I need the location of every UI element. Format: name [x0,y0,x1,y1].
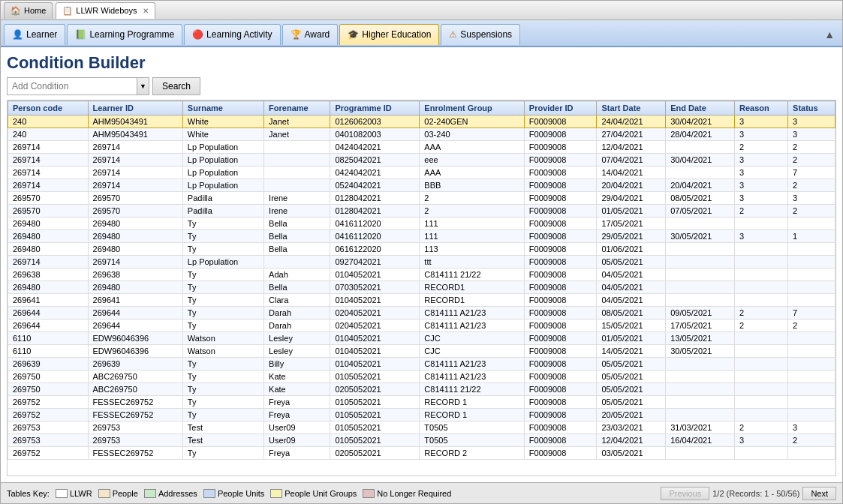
cell-reason: 3 [734,116,787,128]
cell-provider_id: F0009008 [524,218,597,230]
cell-person_code: 269753 [8,434,89,447]
tab-learner[interactable]: 👤 Learner [4,24,65,45]
table-row[interactable]: 6110EDW96046396WatsonLesley0104052021CJC… [8,332,835,345]
tab-home[interactable]: 🏠 Home [4,2,53,19]
cell-enrolment_group: RECORD 1 [420,409,524,422]
cell-reason: 2 [734,205,787,218]
cell-status [788,256,835,268]
table-row[interactable]: 269644269644TyDarah0204052021C814111 A21… [8,320,835,332]
tab-la-label: Learning Activity [206,29,272,40]
cell-reason [734,332,787,345]
table-row[interactable]: 269714269714Lp Population0424042021AAAF0… [8,166,835,179]
cell-forename: Clara [264,294,330,307]
table-row[interactable]: 269641269641TyClara0104052021RECORD1F000… [8,294,835,307]
cell-forename [264,256,330,268]
table-row[interactable]: 269752FESSEC269752TyFreya0205052021RECOR… [8,447,835,460]
table-row[interactable]: 269714269714Lp Population0424042021AAAF0… [8,141,835,154]
cell-reason: 2 [734,320,787,332]
condition-dropdown-button[interactable]: ▼ [137,78,149,94]
add-condition-field[interactable] [8,80,137,93]
table-row[interactable]: 269639269639TyBilly0104052021C814111 A21… [8,358,835,370]
tab-award[interactable]: 🏆 Award [282,24,339,45]
cell-start_date: 20/05/2021 [597,409,666,422]
condition-builder-input[interactable]: ▼ [7,77,149,95]
tab-llwr[interactable]: 📋 LLWR Wideboys ✕ [56,2,155,19]
table-row[interactable]: 269753269753TestUser090105052021T0505F00… [8,422,835,434]
cell-status: 7 [788,166,835,179]
cell-end_date: 30/05/2021 [666,345,735,358]
cell-forename: Freya [264,409,330,422]
cell-start_date: 15/05/2021 [597,320,666,332]
table-row[interactable]: 269714269714Lp Population0825042021eeeF0… [8,154,835,166]
tab-learning-programme[interactable]: 📗 Learning Programme [67,24,182,45]
cell-learner_id: ABC269750 [88,383,182,396]
table-row[interactable]: 269752FESSEC269752TyFreya0105052021RECOR… [8,409,835,422]
cell-enrolment_group: C814111 21/22 [420,383,524,396]
table-body: 240AHM95043491WhiteJanet012606200302-240… [8,116,835,460]
table-row[interactable]: 6110EDW96046396WatsonLesley0104052021CJC… [8,345,835,358]
cell-programme_id: 0105052021 [330,409,420,422]
tab-home-label: Home [24,6,46,15]
table-scroll[interactable]: Person code Learner ID Surname Forename … [8,100,835,476]
table-row[interactable]: 269752FESSEC269752TyFreya0105052021RECOR… [8,396,835,409]
legend-pug-box [270,489,282,498]
cell-enrolment_group: AAA [420,166,524,179]
cell-programme_id: 0703052021 [330,281,420,294]
cell-learner_id: 269714 [88,166,182,179]
table-row[interactable]: 269480269480TyBella0416112020111F0009008… [8,218,835,230]
cell-learner_id: 269480 [88,243,182,256]
table-row[interactable]: 269480269480TyBella0416112020111F0009008… [8,230,835,243]
table-row[interactable]: 269750ABC269750TyKate0205052021C814111 2… [8,383,835,396]
table-row[interactable]: 269480269480TyBella0703052021RECORD1F000… [8,281,835,294]
legend-llwr-box [56,489,68,498]
cell-provider_id: F0009008 [524,294,597,307]
table-row[interactable]: 269570269570PadillaIrene01280420212F0009… [8,205,835,218]
table-row[interactable]: 240AHM95043491WhiteJanet040108200303-240… [8,128,835,141]
cell-programme_id: 0204052021 [330,307,420,320]
cell-person_code: 269714 [8,141,89,154]
table-row[interactable]: 269644269644TyDarah0204052021C814111 A21… [8,307,835,320]
cell-end_date [666,166,735,179]
table-row[interactable]: 269714269714Lp Population0927042021tttF0… [8,256,835,268]
cell-start_date: 04/05/2021 [597,268,666,281]
cell-end_date: 30/05/2021 [666,230,735,243]
col-status: Status [788,101,835,116]
close-icon[interactable]: ✕ [143,7,149,15]
tab-higher-education[interactable]: 🎓 Higher Education [339,24,439,45]
table-row[interactable]: 269480269480TyBella0616122020113F0009008… [8,243,835,256]
table-row[interactable]: 269714269714Lp Population0524042021BBBF0… [8,179,835,192]
cell-start_date: 01/06/2021 [597,243,666,256]
cell-provider_id: F0009008 [524,383,597,396]
cell-reason [734,358,787,370]
tab-learning-activity[interactable]: 🔴 Learning Activity [184,24,280,45]
legend-llwr: LLWR [56,489,92,498]
previous-button[interactable]: Previous [661,487,709,500]
cell-forename: Janet [264,128,330,141]
table-row[interactable]: 269570269570PadillaIrene01280420212F0009… [8,192,835,205]
cell-end_date [666,383,735,396]
cell-end_date [666,447,735,460]
tables-key-label: Tables Key: [7,489,50,498]
record-info: 1/2 (Records: 1 - 50/56) [712,489,799,498]
table-row[interactable]: 269753269753TestUser090105052021T0505F00… [8,434,835,447]
tab-suspensions[interactable]: ⚠ Suspensions [441,24,520,45]
cell-forename: Bella [264,218,330,230]
susp-icon: ⚠ [449,29,457,40]
table-row[interactable]: 269750ABC269750TyKate0105052021C814111 A… [8,370,835,383]
cell-surname: Ty [182,243,263,256]
cell-enrolment_group: RECORD 2 [420,447,524,460]
cell-person_code: 240 [8,128,89,141]
cell-forename: Adah [264,268,330,281]
table-row[interactable]: 240AHM95043491WhiteJanet012606200302-240… [8,116,835,128]
cell-end_date [666,370,735,383]
cell-reason: 3 [734,154,787,166]
nav-collapse-btn[interactable]: ▲ [820,27,839,42]
search-button[interactable]: Search [152,77,200,95]
cell-status: 2 [788,179,835,192]
table-row[interactable]: 269638269638TyAdah0104052021C814111 21/2… [8,268,835,281]
next-button[interactable]: Next [802,487,836,500]
cell-person_code: 269639 [8,358,89,370]
cell-forename: User09 [264,434,330,447]
cell-provider_id: F0009008 [524,166,597,179]
cell-enrolment_group: 111 [420,218,524,230]
